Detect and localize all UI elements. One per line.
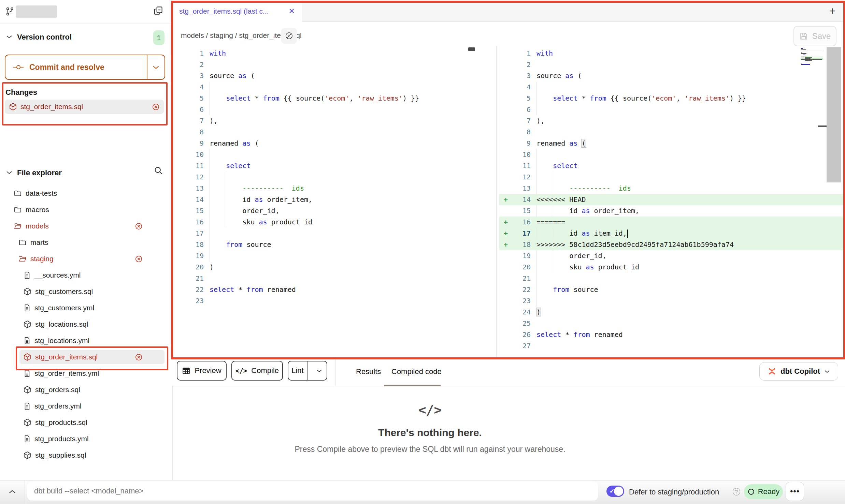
help-icon[interactable]: ? bbox=[733, 488, 740, 495]
code-line-13[interactable]: 13 ---------- ids bbox=[499, 183, 845, 194]
code-line-5[interactable]: 5 select * from {{ source('ecom', 'raw_i… bbox=[499, 93, 845, 104]
code-line-11[interactable]: 11 select bbox=[499, 160, 845, 172]
code-line-12[interactable]: 12 bbox=[499, 172, 845, 183]
copy-icon[interactable] bbox=[153, 5, 163, 16]
command-input[interactable] bbox=[27, 481, 598, 501]
code-line-17[interactable]: +17 id as item_id, bbox=[499, 228, 845, 239]
code-line-2[interactable]: 2 bbox=[172, 59, 496, 70]
file-explorer-chevron-icon[interactable] bbox=[6, 171, 12, 175]
code-line-18[interactable]: 18 from source bbox=[172, 239, 496, 250]
tree-item--sources-yml[interactable]: __sources.yml bbox=[0, 267, 172, 283]
discard-change-icon[interactable] bbox=[135, 353, 143, 361]
tree-item-models[interactable]: models bbox=[0, 218, 172, 234]
version-control-chevron-icon[interactable] bbox=[6, 35, 12, 39]
code-line-25[interactable]: 25 bbox=[499, 318, 845, 329]
expand-command-bar-icon[interactable] bbox=[7, 487, 18, 496]
code-line-22[interactable]: 22select * from renamed bbox=[172, 284, 496, 295]
right-pane-scrollbar[interactable] bbox=[827, 47, 841, 182]
code-line-8[interactable]: 8 bbox=[499, 127, 845, 138]
code-line-4[interactable]: 4 bbox=[499, 81, 845, 93]
save-button[interactable]: Save bbox=[793, 26, 836, 46]
code-line-11[interactable]: 11 select bbox=[172, 160, 496, 172]
code-line-9[interactable]: 9renamed as ( bbox=[172, 138, 496, 149]
code-line-3[interactable]: 3source as ( bbox=[172, 70, 496, 81]
code-line-23[interactable]: 23 bbox=[499, 295, 845, 307]
code-line-19[interactable]: 19 order_id, bbox=[499, 250, 845, 262]
commit-and-resolve-button[interactable]: Commit and resolve bbox=[5, 55, 165, 80]
code-line-21[interactable]: 21 bbox=[499, 273, 845, 284]
editor-pane-right[interactable]: 1with23source as (45 select * from {{ so… bbox=[499, 46, 845, 357]
code-line-10[interactable]: 10 bbox=[499, 149, 845, 160]
tree-item-stg-orders-yml[interactable]: stg_orders.yml bbox=[0, 398, 172, 414]
minimap-scroll-indicator[interactable] bbox=[818, 125, 827, 127]
code-line-20[interactable]: 20) bbox=[172, 262, 496, 273]
code-line-7[interactable]: 7), bbox=[499, 115, 845, 127]
editor-pane-left[interactable]: 1with23source as (45 select * from {{ so… bbox=[172, 46, 497, 357]
code-line-24[interactable]: 24) bbox=[499, 307, 845, 318]
code-line-2[interactable]: 2 bbox=[499, 59, 845, 70]
discard-change-icon[interactable] bbox=[135, 222, 143, 230]
tree-item-marts[interactable]: marts bbox=[0, 234, 172, 251]
code-line-23[interactable]: 23 bbox=[172, 295, 496, 307]
tree-item-stg-locations-sql[interactable]: stg_locations.sql bbox=[0, 316, 172, 332]
minimap[interactable] bbox=[801, 48, 826, 87]
code-line-4[interactable]: 4 bbox=[172, 81, 496, 93]
code-line-18[interactable]: +18>>>>>>> 58c1dd23d5eebd9cd2495fa7124ab… bbox=[499, 239, 845, 250]
tree-item-stg-customers-yml[interactable]: stg_customers.yml bbox=[0, 300, 172, 316]
more-options-button[interactable]: ••• bbox=[786, 482, 804, 501]
discard-change-icon[interactable] bbox=[135, 255, 143, 263]
code-line-16[interactable]: +16======= bbox=[499, 217, 845, 228]
code-line-12[interactable]: 12 bbox=[172, 172, 496, 183]
code-line-1[interactable]: 1with bbox=[499, 48, 845, 59]
tree-item-stg-order-items-sql[interactable]: stg_order_items.sql bbox=[0, 349, 172, 365]
code-line-7[interactable]: 7), bbox=[172, 115, 496, 127]
changed-file-row[interactable]: stg_order_items.sql bbox=[5, 100, 164, 114]
tree-item-stg-customers-sql[interactable]: stg_customers.sql bbox=[0, 283, 172, 300]
tree-item-macros[interactable]: macros bbox=[0, 202, 172, 218]
discard-change-icon[interactable] bbox=[152, 103, 160, 111]
dbt-copilot-button[interactable]: dbt Copilot bbox=[759, 362, 838, 381]
code-line-9[interactable]: 9renamed as ( bbox=[499, 138, 845, 149]
code-line-13[interactable]: 13 ---------- ids bbox=[172, 183, 496, 194]
code-line-15[interactable]: 15 id as order_item, bbox=[499, 205, 845, 217]
code-line-15[interactable]: 15 order_id, bbox=[172, 205, 496, 217]
code-line-1[interactable]: 1with bbox=[172, 48, 496, 59]
tree-item-stg-products-sql[interactable]: stg_products.sql bbox=[0, 414, 172, 431]
search-icon[interactable] bbox=[154, 166, 163, 175]
defer-toggle[interactable]: ✓ bbox=[606, 486, 624, 497]
code-line-22[interactable]: 22 from source bbox=[499, 284, 845, 295]
new-tab-button[interactable]: + bbox=[829, 5, 836, 16]
preview-button[interactable]: Preview bbox=[177, 361, 227, 381]
tree-item-stg-orders-sql[interactable]: stg_orders.sql bbox=[0, 382, 172, 398]
code-line-14[interactable]: +14<<<<<<< HEAD bbox=[499, 194, 845, 205]
tab-results[interactable]: Results bbox=[356, 357, 381, 386]
lint-dropdown-button[interactable] bbox=[312, 361, 327, 380]
code-line-17[interactable]: 17 bbox=[172, 228, 496, 239]
code-line-14[interactable]: 14 id as order_item, bbox=[172, 194, 496, 205]
tree-item-stg-order-items-yml[interactable]: stg_order_items.yml bbox=[0, 365, 172, 382]
code-line-16[interactable]: 16 sku as product_id bbox=[172, 217, 496, 228]
compile-button[interactable]: </> Compile bbox=[231, 361, 283, 381]
code-line-6[interactable]: 6 bbox=[499, 104, 845, 115]
tree-item-data-tests[interactable]: data-tests bbox=[0, 185, 172, 202]
lint-button[interactable]: Lint bbox=[288, 361, 307, 380]
code-line-19[interactable]: 19 bbox=[172, 250, 496, 262]
code-line-21[interactable]: 21 bbox=[172, 273, 496, 284]
code-line-20[interactable]: 20 sku as product_id bbox=[499, 262, 845, 273]
tree-item-staging[interactable]: staging bbox=[0, 251, 172, 267]
tree-item-stg-supplies-sql[interactable]: stg_supplies.sql bbox=[0, 447, 172, 463]
commit-dropdown-button[interactable] bbox=[147, 65, 164, 70]
tab-close-icon[interactable]: ✕ bbox=[289, 7, 295, 16]
tree-item-stg-locations-yml[interactable]: stg_locations.yml bbox=[0, 332, 172, 349]
code-line-10[interactable]: 10 bbox=[172, 149, 496, 160]
tab-compiled-code[interactable]: Compiled code bbox=[391, 357, 442, 386]
lineage-icon[interactable] bbox=[281, 28, 297, 44]
code-line-26[interactable]: 26select * from renamed bbox=[499, 329, 845, 340]
tree-item-stg-products-yml[interactable]: stg_products.yml bbox=[0, 431, 172, 447]
code-line-6[interactable]: 6 bbox=[172, 104, 496, 115]
code-line-8[interactable]: 8 bbox=[172, 127, 496, 138]
code-line-5[interactable]: 5 select * from {{ source('ecom', 'raw_i… bbox=[172, 93, 496, 104]
code-line-27[interactable]: 27 bbox=[499, 340, 845, 352]
left-pane-scrollbar-thumb[interactable] bbox=[468, 47, 475, 51]
tab-stg-order-items[interactable]: stg_order_items.sql (last c... ✕ bbox=[172, 0, 302, 22]
